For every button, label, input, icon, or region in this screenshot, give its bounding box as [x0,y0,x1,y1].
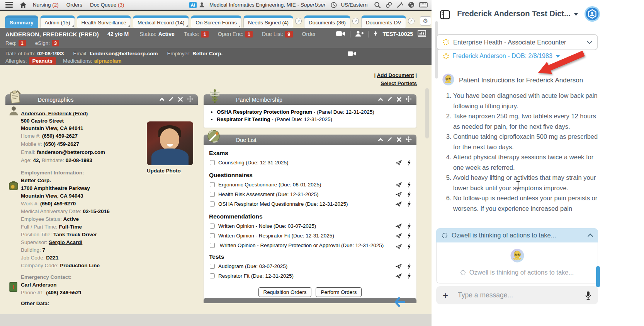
move-icon[interactable] [187,96,193,103]
bolt-icon[interactable] [407,201,411,209]
tab-health-surveillance[interactable]: Health Surveillance [77,15,131,28]
open-enc-counter[interactable]: Open Enc:1 [218,31,253,38]
tab-medical-record[interactable]: Medical Record (14) [133,15,189,28]
org-name[interactable]: Medical Informatics Engineering, MIE [209,2,296,8]
move-icon[interactable] [406,96,412,103]
edit-pencil-icon[interactable] [168,96,174,103]
sidebar-toggle-icon[interactable] [440,10,450,21]
send-plane-icon[interactable] [396,182,402,190]
medication-link[interactable]: alprazolam [94,58,122,64]
edit-pencil-icon[interactable] [387,137,393,143]
chart-tabs: Summary Admin (15) Health Surveillance M… [0,14,432,28]
close-icon[interactable] [178,97,183,103]
bolt-icon[interactable] [407,233,411,241]
encounter-selector[interactable]: Enterprise Health - Associate Encounter [436,34,598,50]
checkbox[interactable] [210,201,215,207]
timezone[interactable]: US/Eastern [341,2,367,8]
requisition-orders-button[interactable]: Requisition Orders [258,287,312,297]
add-document-link[interactable]: Add Document [377,72,414,78]
keyboard-icon[interactable] [419,2,428,8]
ozwell-logo[interactable] [585,6,600,23]
collapse-panel-arrow-icon[interactable] [394,297,406,309]
collapse-icon[interactable] [160,98,165,103]
tab-settings-gear-icon[interactable]: ⚙ [420,16,431,26]
home-icon[interactable] [20,2,27,8]
move-icon[interactable] [406,136,412,143]
quick-action-bolt-icon[interactable] [374,30,378,38]
tab-documents-dv[interactable]: Documents-DV [361,15,406,28]
req-counter[interactable]: Req:1 [5,40,26,46]
patient-context-row[interactable]: Frederick Anderson - DOB: 2/8/1983 [443,53,560,60]
chevron-down-icon[interactable] [574,13,578,16]
external-link-icon[interactable]: ↗ [295,18,302,24]
close-icon[interactable] [397,137,401,143]
link-icon[interactable] [386,2,392,8]
search-icon[interactable] [374,2,381,9]
stats-chart-icon[interactable] [418,30,426,38]
external-link-icon[interactable]: ↗ [352,18,359,24]
external-link-icon[interactable]: ↗ [408,18,415,24]
checkbox[interactable] [210,243,215,248]
conversation-title[interactable]: Frederick Anderson Test Dict... [457,9,570,18]
microphone-icon[interactable] [585,291,591,300]
send-plane-icon[interactable] [396,160,402,168]
patient-name-link[interactable]: Anderson, Frederick (Fred) [21,111,88,116]
send-plane-icon[interactable] [396,201,402,209]
menu-icon[interactable] [5,2,13,8]
send-plane-icon[interactable] [396,263,402,271]
checkbox[interactable] [210,233,215,238]
bolt-icon[interactable] [407,273,411,281]
bolt-icon[interactable] [407,244,411,252]
checkbox[interactable] [210,160,215,165]
collapse-icon[interactable] [378,138,383,143]
send-plane-icon[interactable] [396,191,402,200]
due-list-counter[interactable]: Due List:9 [262,31,292,38]
bolt-icon[interactable] [407,182,411,190]
checkbox[interactable] [210,224,215,229]
panel-scrollbar[interactable] [435,21,438,79]
add-user-icon[interactable] [355,31,364,38]
tab-documents[interactable]: Documents (36) [304,15,350,28]
bolt-icon[interactable] [407,160,411,168]
tab-needs-signed[interactable]: Needs Signed (4) [243,15,293,28]
ai-badge[interactable]: AI [189,2,197,8]
checkbox[interactable] [210,182,215,187]
allergy-badge[interactable]: Peanuts [29,57,56,65]
checkbox[interactable] [210,264,215,269]
app-scrollbar[interactable] [425,88,429,138]
globe-icon[interactable] [408,2,415,8]
thinking-card-header[interactable]: Ozwell is thinking of actions to take... [436,228,598,242]
tasks-counter[interactable]: Tasks:1 [184,31,209,38]
tab-on-screen-forms[interactable]: On Screen Forms [191,15,241,28]
bolt-icon[interactable] [407,223,411,231]
send-plane-icon[interactable] [396,244,402,252]
topbar-nav-doc-queue[interactable]: Doc Queue (3) [90,2,124,8]
wand-icon[interactable] [397,2,403,8]
chat-scrollbar-thumb[interactable] [596,266,600,287]
checkbox[interactable] [210,273,215,278]
bolt-icon[interactable] [407,191,411,200]
select-portlets-link[interactable]: Select Portlets [381,80,417,86]
video-camera-icon[interactable] [336,31,345,38]
esign-counter[interactable]: eSign:3 [35,40,59,46]
send-plane-icon[interactable] [396,233,402,241]
close-icon[interactable] [397,97,401,103]
supervisor-link[interactable]: Sergio Acardi [49,239,82,245]
send-plane-icon[interactable] [396,223,402,231]
update-photo-link[interactable]: Update Photo [147,168,181,174]
send-plane-icon[interactable] [396,273,402,281]
collapse-icon[interactable] [378,98,383,103]
tab-summary[interactable]: Summary [5,15,38,28]
topbar-nav-nursing[interactable]: Nursing (2) [33,2,59,8]
attach-plus-icon[interactable]: + [443,291,448,300]
order-link[interactable]: Order [302,31,316,37]
checkbox[interactable] [210,192,215,197]
topbar-nav-orders[interactable]: Orders [66,2,82,8]
message-input[interactable] [458,291,585,299]
bolt-icon[interactable] [407,263,411,271]
tab-admin[interactable]: Admin (15) [40,15,75,28]
edit-pencil-icon[interactable] [387,96,393,103]
patient-instructions-list: You have been diagnosed with acute low b… [444,90,603,213]
perform-orders-button[interactable]: Perform Orders [316,287,362,297]
video-camera-icon[interactable] [348,51,356,57]
